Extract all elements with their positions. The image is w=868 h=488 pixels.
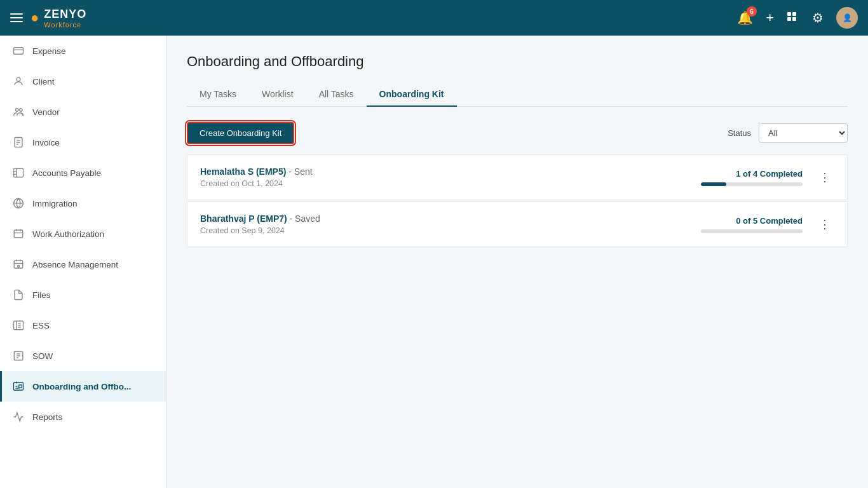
svg-rect-2 (787, 17, 791, 21)
settings-button[interactable]: ⚙ (812, 10, 824, 25)
sidebar-item-label-absence-management: Absence Management (32, 260, 118, 269)
hamburger-button[interactable] (10, 13, 23, 22)
kit-right-kit2: 0 of 5 Completed ⋮ (701, 215, 834, 234)
add-button[interactable]: + (766, 10, 774, 26)
status-filter: Status All Sent Saved Completed (728, 123, 848, 143)
kit-progress-area-kit1: 1 of 4 Completed (701, 169, 803, 186)
sidebar-item-client[interactable]: Client (0, 66, 166, 97)
status-select[interactable]: All Sent Saved Completed (759, 123, 848, 143)
svg-point-6 (17, 78, 20, 81)
sidebar-item-vendor[interactable]: Vendor (0, 97, 166, 127)
grid-button[interactable] (787, 11, 799, 24)
tab-worklist[interactable]: Worklist (249, 83, 306, 107)
tab-onboarding-kit[interactable]: Onboarding Kit (367, 83, 457, 107)
svg-rect-0 (787, 12, 791, 16)
sidebar-item-accounts-payable[interactable]: Accounts Payable (0, 158, 166, 188)
svg-point-7 (16, 109, 19, 112)
kit-progress-text-kit2: 0 of 5 Completed (701, 216, 803, 226)
svg-rect-13 (14, 168, 24, 177)
progress-bar-bg-kit1 (701, 182, 803, 186)
kit-name-kit2: Bharathvaj P (EMP7) - Saved (200, 214, 320, 224)
create-onboarding-kit-button[interactable]: Create Onboarding Kit (187, 122, 294, 144)
sidebar-item-label-invoice: Invoice (32, 138, 60, 147)
logo-icon: ● (31, 10, 39, 26)
avatar-initials: 👤 (843, 13, 852, 22)
kit-date-kit1: Created on Oct 1, 2024 (200, 179, 313, 188)
onboarding-icon (12, 380, 25, 393)
sidebar-item-label-files: Files (32, 290, 51, 300)
reports-icon (12, 410, 25, 423)
sidebar-item-label-sow: SOW (32, 351, 53, 361)
kit-card-kit1: Hemalatha S (EMP5) - Sent Created on Oct… (187, 154, 848, 200)
sidebar-item-sow[interactable]: SOW (0, 341, 166, 371)
sidebar-item-invoice[interactable]: Invoice (0, 127, 166, 158)
svg-rect-31 (19, 385, 22, 388)
emp-name-kit1: Hemalatha S (EMP5) (200, 166, 286, 177)
immigration-icon (12, 197, 25, 210)
tab-all-tasks[interactable]: All Tasks (306, 83, 367, 107)
kit-progress-text-kit1: 1 of 4 Completed (701, 169, 803, 179)
sidebar-item-label-expense: Expense (32, 46, 66, 56)
kit-list: Hemalatha S (EMP5) - Sent Created on Oct… (187, 154, 848, 247)
sidebar-item-absence-management[interactable]: Absence Management (0, 249, 166, 280)
vendor-icon (12, 105, 25, 118)
sidebar-item-reports[interactable]: Reports (0, 402, 166, 432)
sidebar-item-onboarding[interactable]: Onboarding and Offbo... (0, 371, 166, 402)
sidebar-item-label-ess: ESS (32, 321, 50, 330)
svg-point-19 (18, 266, 20, 268)
kit-info-kit2: Bharathvaj P (EMP7) - Saved Created on S… (200, 214, 320, 235)
absence-management-icon (12, 258, 25, 271)
notification-wrapper: 🔔 6 (737, 10, 753, 25)
notification-badge: 6 (747, 6, 757, 17)
accounts-payable-icon (12, 166, 25, 179)
svg-rect-3 (792, 17, 796, 21)
page-title: Onboarding and Offboarding (187, 53, 848, 70)
toolbar: Create Onboarding Kit Status All Sent Sa… (187, 122, 848, 144)
kit-card-kit2: Bharathvaj P (EMP7) - Saved Created on S… (187, 201, 848, 247)
work-authorization-icon (12, 227, 25, 240)
sow-icon (12, 349, 25, 362)
kit-info-kit1: Hemalatha S (EMP5) - Sent Created on Oct… (200, 166, 313, 188)
kit-date-kit2: Created on Sep 9, 2024 (200, 226, 320, 235)
sidebar-item-label-accounts-payable: Accounts Payable (32, 168, 101, 178)
sidebar-item-label-work-authorization: Work Authorization (32, 229, 104, 239)
sidebar-item-work-authorization[interactable]: Work Authorization (0, 219, 166, 249)
sidebar-item-label-reports: Reports (32, 412, 62, 422)
sidebar-item-expense[interactable]: Expense (0, 36, 166, 66)
client-icon (12, 75, 25, 88)
svg-point-8 (20, 109, 23, 112)
topnav: ● ZENYO Workforce 🔔 6 + ⚙ 👤 (0, 0, 868, 36)
sidebar: Expense Client Vendor Invoice Accounts P… (0, 36, 166, 488)
kit-more-button-kit2[interactable]: ⋮ (815, 215, 834, 234)
topnav-icons: 🔔 6 + ⚙ 👤 (737, 7, 858, 29)
sidebar-item-label-client: Client (32, 77, 55, 86)
sidebar-item-files[interactable]: Files (0, 280, 166, 310)
sidebar-item-label-immigration: Immigration (32, 199, 78, 208)
tab-my-tasks[interactable]: My Tasks (187, 83, 249, 107)
progress-bar-fill-kit1 (701, 182, 726, 186)
logo: ● ZENYO Workforce (31, 8, 86, 29)
svg-rect-1 (792, 12, 796, 16)
main-layout: Expense Client Vendor Invoice Accounts P… (0, 36, 868, 488)
logo-sub: Workforce (44, 21, 86, 29)
svg-rect-4 (14, 48, 24, 55)
sidebar-item-ess[interactable]: ESS (0, 310, 166, 341)
tabs-bar: My TasksWorklistAll TasksOnboarding Kit (187, 83, 848, 107)
emp-name-kit2: Bharathvaj P (EMP7) (200, 214, 287, 224)
logo-text: ZENYO (44, 8, 86, 20)
invoice-icon (12, 136, 25, 149)
kit-status-kit1: - Sent (288, 166, 312, 177)
kit-more-button-kit1[interactable]: ⋮ (815, 168, 834, 187)
sidebar-item-immigration[interactable]: Immigration (0, 188, 166, 219)
status-filter-label: Status (728, 128, 751, 138)
kit-name-kit1: Hemalatha S (EMP5) - Sent (200, 166, 313, 177)
kit-status-kit2: - Saved (290, 214, 320, 224)
kit-right-kit1: 1 of 4 Completed ⋮ (701, 168, 834, 187)
files-icon (12, 288, 25, 301)
sidebar-scroll: Expense Client Vendor Invoice Accounts P… (0, 36, 166, 488)
ess-icon (12, 319, 25, 332)
sidebar-item-label-vendor: Vendor (32, 107, 60, 117)
svg-rect-15 (14, 230, 23, 238)
avatar[interactable]: 👤 (836, 7, 858, 29)
kit-progress-area-kit2: 0 of 5 Completed (701, 216, 803, 233)
